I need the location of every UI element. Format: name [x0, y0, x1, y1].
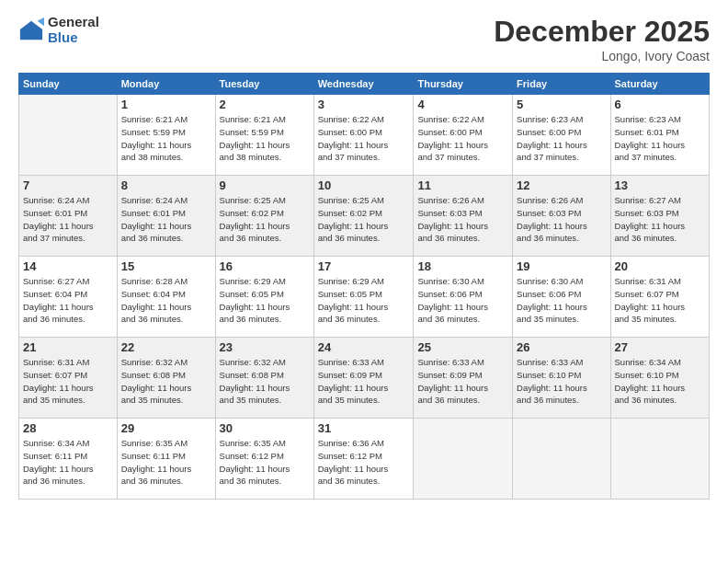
week-row-5: 28Sunrise: 6:34 AM Sunset: 6:11 PM Dayli… — [19, 419, 710, 500]
calendar-cell: 12Sunrise: 6:26 AM Sunset: 6:03 PM Dayli… — [513, 176, 610, 257]
calendar-cell: 31Sunrise: 6:36 AM Sunset: 6:12 PM Dayli… — [313, 419, 414, 500]
day-info: Sunrise: 6:35 AM Sunset: 6:12 PM Dayligh… — [220, 437, 310, 488]
calendar-cell: 13Sunrise: 6:27 AM Sunset: 6:03 PM Dayli… — [610, 176, 709, 257]
calendar-cell: 24Sunrise: 6:33 AM Sunset: 6:09 PM Dayli… — [313, 338, 414, 419]
calendar-cell: 3Sunrise: 6:22 AM Sunset: 6:00 PM Daylig… — [313, 95, 414, 176]
header: General Blue December 2025 Longo, Ivory … — [18, 15, 710, 63]
calendar-header-tuesday: Tuesday — [215, 74, 313, 95]
day-number: 7 — [23, 178, 113, 192]
calendar-cell — [414, 419, 513, 500]
calendar-cell: 20Sunrise: 6:31 AM Sunset: 6:07 PM Dayli… — [610, 257, 709, 338]
location: Longo, Ivory Coast — [494, 49, 710, 63]
day-info: Sunrise: 6:25 AM Sunset: 6:02 PM Dayligh… — [318, 194, 410, 245]
calendar-cell: 15Sunrise: 6:28 AM Sunset: 6:04 PM Dayli… — [117, 257, 215, 338]
week-row-4: 21Sunrise: 6:31 AM Sunset: 6:07 PM Dayli… — [19, 338, 710, 419]
day-info: Sunrise: 6:31 AM Sunset: 6:07 PM Dayligh… — [615, 275, 705, 326]
calendar-cell: 11Sunrise: 6:26 AM Sunset: 6:03 PM Dayli… — [414, 176, 513, 257]
calendar-cell: 26Sunrise: 6:33 AM Sunset: 6:10 PM Dayli… — [513, 338, 610, 419]
calendar-cell: 1Sunrise: 6:21 AM Sunset: 5:59 PM Daylig… — [117, 95, 215, 176]
day-info: Sunrise: 6:32 AM Sunset: 6:08 PM Dayligh… — [220, 356, 310, 407]
day-info: Sunrise: 6:27 AM Sunset: 6:04 PM Dayligh… — [23, 275, 113, 326]
calendar-header-row: SundayMondayTuesdayWednesdayThursdayFrid… — [19, 74, 710, 95]
day-number: 24 — [318, 340, 410, 354]
day-number: 11 — [417, 178, 508, 192]
day-info: Sunrise: 6:30 AM Sunset: 6:06 PM Dayligh… — [417, 275, 508, 326]
calendar-cell: 17Sunrise: 6:29 AM Sunset: 6:05 PM Dayli… — [313, 257, 414, 338]
day-number: 12 — [517, 178, 606, 192]
day-number: 16 — [220, 259, 310, 273]
calendar-cell: 7Sunrise: 6:24 AM Sunset: 6:01 PM Daylig… — [19, 176, 118, 257]
calendar-cell: 19Sunrise: 6:30 AM Sunset: 6:06 PM Dayli… — [513, 257, 610, 338]
calendar-cell — [610, 419, 709, 500]
calendar-cell: 2Sunrise: 6:21 AM Sunset: 5:59 PM Daylig… — [215, 95, 313, 176]
day-info: Sunrise: 6:22 AM Sunset: 6:00 PM Dayligh… — [417, 113, 508, 164]
title-area: December 2025 Longo, Ivory Coast — [494, 15, 710, 63]
day-number: 30 — [220, 421, 310, 435]
day-info: Sunrise: 6:33 AM Sunset: 6:09 PM Dayligh… — [318, 356, 410, 407]
day-number: 18 — [417, 259, 508, 273]
day-number: 31 — [318, 421, 410, 435]
day-info: Sunrise: 6:34 AM Sunset: 6:11 PM Dayligh… — [23, 437, 113, 488]
day-info: Sunrise: 6:28 AM Sunset: 6:04 PM Dayligh… — [121, 275, 211, 326]
day-number: 2 — [220, 98, 310, 111]
day-number: 4 — [417, 98, 508, 111]
day-number: 29 — [121, 421, 211, 435]
day-info: Sunrise: 6:33 AM Sunset: 6:10 PM Dayligh… — [517, 356, 606, 407]
calendar-header-friday: Friday — [513, 74, 610, 95]
week-row-2: 7Sunrise: 6:24 AM Sunset: 6:01 PM Daylig… — [19, 176, 710, 257]
day-number: 8 — [121, 178, 211, 192]
calendar-cell: 14Sunrise: 6:27 AM Sunset: 6:04 PM Dayli… — [19, 257, 118, 338]
day-info: Sunrise: 6:29 AM Sunset: 6:05 PM Dayligh… — [318, 275, 410, 326]
day-number: 22 — [121, 340, 211, 354]
day-number: 25 — [417, 340, 508, 354]
calendar-cell: 21Sunrise: 6:31 AM Sunset: 6:07 PM Dayli… — [19, 338, 118, 419]
day-info: Sunrise: 6:26 AM Sunset: 6:03 PM Dayligh… — [417, 194, 508, 245]
day-info: Sunrise: 6:33 AM Sunset: 6:09 PM Dayligh… — [417, 356, 508, 407]
day-info: Sunrise: 6:24 AM Sunset: 6:01 PM Dayligh… — [121, 194, 211, 245]
day-number: 5 — [517, 98, 606, 111]
calendar-header-monday: Monday — [117, 74, 215, 95]
day-number: 17 — [318, 259, 410, 273]
day-info: Sunrise: 6:24 AM Sunset: 6:01 PM Dayligh… — [23, 194, 113, 245]
day-number: 15 — [121, 259, 211, 273]
calendar-header-sunday: Sunday — [19, 74, 118, 95]
day-number: 13 — [615, 178, 705, 192]
day-number: 26 — [517, 340, 606, 354]
logo-general-label: General — [48, 15, 99, 30]
day-info: Sunrise: 6:31 AM Sunset: 6:07 PM Dayligh… — [23, 356, 113, 407]
calendar-cell: 28Sunrise: 6:34 AM Sunset: 6:11 PM Dayli… — [19, 419, 118, 500]
week-row-1: 1Sunrise: 6:21 AM Sunset: 5:59 PM Daylig… — [19, 95, 710, 176]
logo-text: General Blue — [48, 15, 99, 45]
svg-marker-0 — [20, 20, 42, 40]
day-info: Sunrise: 6:25 AM Sunset: 6:02 PM Dayligh… — [220, 194, 310, 245]
calendar-cell: 29Sunrise: 6:35 AM Sunset: 6:11 PM Dayli… — [117, 419, 215, 500]
svg-marker-1 — [38, 17, 44, 26]
day-info: Sunrise: 6:23 AM Sunset: 6:00 PM Dayligh… — [517, 113, 606, 164]
day-info: Sunrise: 6:29 AM Sunset: 6:05 PM Dayligh… — [220, 275, 310, 326]
day-number: 14 — [23, 259, 113, 273]
day-number: 10 — [318, 178, 410, 192]
day-info: Sunrise: 6:26 AM Sunset: 6:03 PM Dayligh… — [517, 194, 606, 245]
day-info: Sunrise: 6:23 AM Sunset: 6:01 PM Dayligh… — [615, 113, 705, 164]
calendar-table: SundayMondayTuesdayWednesdayThursdayFrid… — [18, 73, 710, 500]
calendar-cell: 22Sunrise: 6:32 AM Sunset: 6:08 PM Dayli… — [117, 338, 215, 419]
day-info: Sunrise: 6:21 AM Sunset: 5:59 PM Dayligh… — [220, 113, 310, 164]
calendar-cell: 30Sunrise: 6:35 AM Sunset: 6:12 PM Dayli… — [215, 419, 313, 500]
day-info: Sunrise: 6:22 AM Sunset: 6:00 PM Dayligh… — [318, 113, 410, 164]
day-number: 27 — [615, 340, 705, 354]
day-number: 21 — [23, 340, 113, 354]
calendar-cell: 9Sunrise: 6:25 AM Sunset: 6:02 PM Daylig… — [215, 176, 313, 257]
calendar-header-wednesday: Wednesday — [313, 74, 414, 95]
day-number: 28 — [23, 421, 113, 435]
day-number: 19 — [517, 259, 606, 273]
calendar-cell: 5Sunrise: 6:23 AM Sunset: 6:00 PM Daylig… — [513, 95, 610, 176]
calendar-header-thursday: Thursday — [414, 74, 513, 95]
day-info: Sunrise: 6:32 AM Sunset: 6:08 PM Dayligh… — [121, 356, 211, 407]
day-number: 23 — [220, 340, 310, 354]
calendar-page: General Blue December 2025 Longo, Ivory … — [0, 0, 728, 563]
day-number: 6 — [615, 98, 705, 111]
week-row-3: 14Sunrise: 6:27 AM Sunset: 6:04 PM Dayli… — [19, 257, 710, 338]
calendar-cell: 4Sunrise: 6:22 AM Sunset: 6:00 PM Daylig… — [414, 95, 513, 176]
day-number: 1 — [121, 98, 211, 111]
day-info: Sunrise: 6:35 AM Sunset: 6:11 PM Dayligh… — [121, 437, 211, 488]
